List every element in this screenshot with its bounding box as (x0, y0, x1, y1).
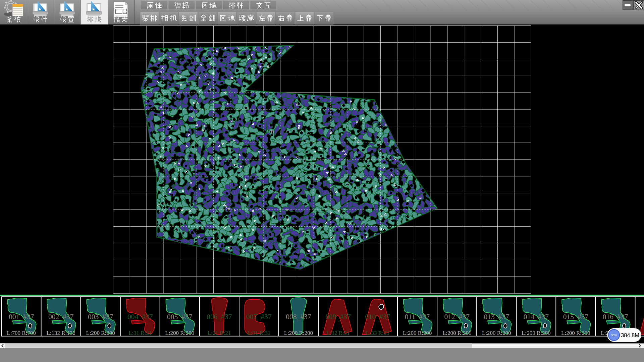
svg-text:L:21 R:21: L:21 R:21 (208, 330, 231, 336)
svg-text:011_#37: 011_#37 (405, 313, 430, 321)
svg-text:016_#37: 016_#37 (603, 313, 628, 321)
svg-text:010_#37: 010_#37 (365, 313, 390, 321)
svg-text:002_#37: 002_#37 (48, 313, 74, 321)
svg-text:L:200 R:200: L:200 R:200 (403, 330, 432, 336)
svg-text:008_#37: 008_#37 (286, 313, 311, 321)
svg-text:012_#37: 012_#37 (444, 313, 470, 321)
svg-text:L:200 R:200: L:200 R:200 (482, 330, 511, 336)
svg-text:014_#37: 014_#37 (524, 313, 549, 321)
svg-text:L:200 R:200: L:200 R:200 (86, 330, 115, 336)
svg-text:L:31 R:31: L:31 R:31 (247, 330, 270, 336)
svg-text:005_#37: 005_#37 (167, 313, 193, 321)
svg-text:L:31 R:31: L:31 R:31 (128, 330, 152, 336)
svg-text:38%: 38% (611, 333, 618, 337)
svg-text:013_#37: 013_#37 (484, 313, 509, 321)
svg-text:001_#37: 001_#37 (9, 313, 34, 321)
svg-text:L:32 R:31: L:32 R:31 (326, 330, 350, 336)
svg-text:L:200 R:200: L:200 R:200 (522, 330, 550, 336)
svg-text:006_#37: 006_#37 (207, 313, 232, 321)
svg-text:L:132 R:132: L:132 R:132 (46, 330, 75, 336)
svg-text:L:200 R:200: L:200 R:200 (442, 330, 471, 336)
svg-text:015_#37: 015_#37 (563, 313, 589, 321)
svg-text:L:200 R:200: L:200 R:200 (561, 330, 590, 336)
svg-text:L:200 R:200: L:200 R:200 (165, 330, 194, 336)
svg-text:384.8M: 384.8M (621, 332, 639, 338)
svg-text:L:700 R:700: L:700 R:700 (7, 330, 36, 336)
svg-text:009_#37: 009_#37 (325, 313, 351, 321)
svg-text:007_#37: 007_#37 (246, 313, 272, 321)
svg-text:L:200 R:200: L:200 R:200 (284, 330, 313, 336)
svg-text:L:33 R:33: L:33 R:33 (366, 330, 389, 336)
svg-text:003_#37: 003_#37 (88, 313, 113, 321)
svg-text:004_#37: 004_#37 (127, 313, 153, 321)
